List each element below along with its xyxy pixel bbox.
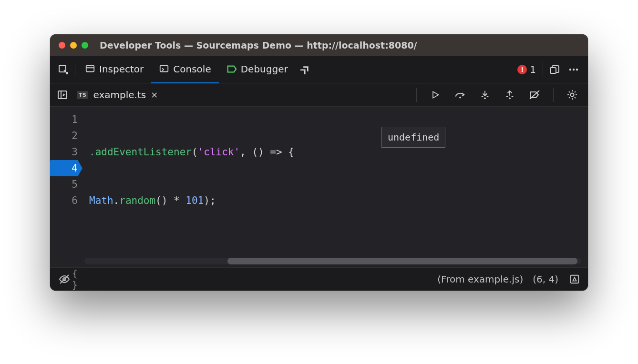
svg-rect-8 — [58, 91, 67, 99]
value-tooltip: undefined — [381, 127, 445, 148]
devtools-toolbar: Inspector Console Debugger ! 1 — [50, 56, 588, 83]
maximize-window-button[interactable] — [82, 42, 88, 49]
titlebar: Developer Tools — Sourcemaps Demo — http… — [50, 34, 588, 56]
svg-point-9 — [459, 97, 461, 99]
step-over-button[interactable] — [452, 85, 468, 104]
line-number[interactable]: 3 — [50, 144, 78, 160]
line-number[interactable]: 5 — [50, 176, 78, 192]
separator — [543, 62, 543, 77]
svg-point-11 — [509, 98, 511, 100]
file-type-badge: TS — [77, 91, 88, 99]
close-tab-button[interactable]: ✕ — [151, 90, 158, 100]
file-tab[interactable]: TS example.ts ✕ — [72, 83, 163, 106]
svg-point-6 — [573, 69, 575, 71]
devtools-window: Developer Tools — Sourcemaps Demo — http… — [50, 34, 588, 291]
code-area[interactable]: .addEventListener('click', () => { Math.… — [82, 107, 588, 267]
step-out-button[interactable] — [502, 85, 518, 104]
deactivate-breakpoints-button[interactable] — [526, 85, 543, 104]
svg-rect-2 — [160, 65, 168, 71]
tab-inspector[interactable]: Inspector — [77, 56, 151, 84]
svg-rect-14 — [571, 275, 579, 283]
minimize-window-button[interactable] — [70, 42, 77, 49]
close-window-button[interactable] — [59, 42, 65, 49]
status-bar: { } (From example.js) (6, 4) — [50, 267, 588, 291]
debugger-icon — [226, 64, 237, 74]
scrollbar-thumb[interactable] — [227, 258, 577, 264]
svg-rect-1 — [86, 65, 94, 71]
tab-debugger[interactable]: Debugger — [219, 56, 296, 84]
svg-point-5 — [569, 69, 571, 71]
error-icon: ! — [517, 65, 527, 74]
console-icon — [159, 64, 169, 74]
separator — [416, 88, 417, 102]
file-tab-row: TS example.ts ✕ — [50, 83, 588, 107]
tab-label: Console — [173, 63, 211, 75]
sourcemap-origin: (From example.js) — [437, 273, 523, 285]
debugger-settings-button[interactable] — [564, 85, 580, 104]
meatball-menu-button[interactable] — [564, 60, 583, 79]
dock-button[interactable] — [545, 60, 564, 79]
pick-element-button[interactable] — [54, 60, 73, 79]
window-title: Developer Tools — Sourcemaps Demo — http… — [100, 40, 417, 51]
line-number[interactable]: 2 — [50, 128, 78, 144]
resume-button[interactable] — [427, 85, 443, 104]
cursor-position: (6, 4) — [533, 273, 558, 285]
code-line: Math.random() * 101); — [89, 192, 588, 209]
code-line — [89, 241, 588, 257]
tab-label: Debugger — [241, 63, 288, 75]
svg-point-7 — [576, 69, 578, 71]
code-editor[interactable]: 1 2 3 4 5 6 .addEventListener('click', (… — [50, 107, 588, 267]
svg-point-12 — [571, 93, 574, 97]
line-number[interactable]: 6 — [50, 192, 78, 209]
debugger-controls — [414, 85, 583, 104]
error-count[interactable]: ! 1 — [513, 64, 541, 75]
step-in-button[interactable] — [477, 85, 493, 104]
horizontal-scrollbar[interactable] — [84, 258, 581, 264]
breakpoint-line-number[interactable]: 4 — [50, 160, 78, 176]
window-controls — [59, 42, 88, 49]
line-number[interactable]: 1 — [50, 111, 78, 128]
separator — [553, 88, 554, 102]
sourcemap-toggle-button[interactable] — [568, 270, 581, 289]
tab-console[interactable]: Console — [151, 56, 218, 84]
line-gutter: 1 2 3 4 5 6 — [50, 107, 82, 267]
file-name: example.ts — [93, 89, 146, 101]
tab-label: Inspector — [99, 63, 144, 75]
error-count-value: 1 — [530, 64, 536, 75]
svg-rect-4 — [550, 68, 556, 73]
sources-panel-toggle[interactable] — [53, 85, 72, 104]
code-line: .addEventListener('click', () => { — [89, 144, 588, 160]
blackbox-button[interactable] — [57, 270, 72, 289]
inspector-icon — [85, 64, 95, 74]
pretty-print-button[interactable]: { } — [72, 270, 88, 289]
separator — [75, 62, 75, 77]
svg-point-10 — [484, 98, 486, 100]
more-tabs-button[interactable] — [296, 60, 315, 79]
